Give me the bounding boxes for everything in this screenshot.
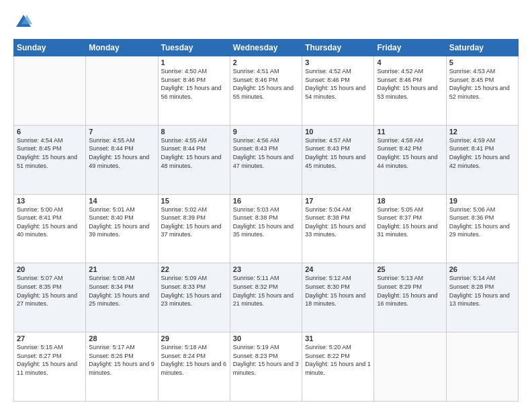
sunrise-text: Sunrise: 5:00 AM: [17, 205, 83, 214]
sunset-text: Sunset: 8:43 PM: [233, 144, 299, 153]
calendar-cell: 8Sunrise: 4:55 AMSunset: 8:44 PMDaylight…: [158, 125, 230, 194]
daylight-text: Daylight: 15 hours and 39 minutes.: [89, 222, 154, 239]
calendar-cell: 25Sunrise: 5:13 AMSunset: 8:29 PMDayligh…: [374, 263, 446, 332]
calendar-cell: 18Sunrise: 5:05 AMSunset: 8:37 PMDayligh…: [374, 194, 446, 263]
sunset-text: Sunset: 8:37 PM: [377, 214, 443, 222]
daylight-text: Daylight: 15 hours and 9 minutes.: [89, 360, 154, 377]
sunrise-text: Sunrise: 5:08 AM: [89, 274, 154, 283]
sunset-text: Sunset: 8:28 PM: [449, 283, 515, 291]
calendar-cell: 30Sunrise: 5:19 AMSunset: 8:23 PMDayligh…: [230, 332, 302, 402]
sunset-text: Sunset: 8:27 PM: [17, 352, 83, 361]
calendar-cell: 14Sunrise: 5:01 AMSunset: 8:40 PMDayligh…: [86, 194, 158, 263]
sunset-text: Sunset: 8:44 PM: [89, 144, 154, 153]
sunset-text: Sunset: 8:46 PM: [377, 76, 443, 85]
day-number: 12: [449, 128, 515, 136]
day-info: Sunrise: 4:56 AMSunset: 8:43 PMDaylight:…: [233, 136, 299, 170]
sunrise-text: Sunrise: 4:54 AM: [17, 136, 83, 145]
sunset-text: Sunset: 8:36 PM: [449, 214, 515, 222]
calendar-cell: 23Sunrise: 5:11 AMSunset: 8:32 PMDayligh…: [230, 263, 302, 332]
daylight-text: Daylight: 15 hours and 25 minutes.: [89, 291, 154, 308]
sunrise-text: Sunrise: 5:07 AM: [17, 274, 83, 283]
sunrise-text: Sunrise: 5:11 AM: [233, 274, 299, 283]
day-number: 13: [17, 197, 83, 205]
logo-icon: [13, 12, 34, 32]
calendar-cell: [14, 56, 86, 126]
calendar-cell: 19Sunrise: 5:06 AMSunset: 8:36 PMDayligh…: [446, 194, 518, 263]
day-of-week-header: Thursday: [302, 40, 374, 56]
daylight-text: Daylight: 15 hours and 56 minutes.: [161, 84, 227, 101]
header: [13, 12, 519, 32]
sunset-text: Sunset: 8:38 PM: [233, 214, 299, 222]
day-number: 26: [449, 265, 515, 273]
day-info: Sunrise: 5:12 AMSunset: 8:30 PMDaylight:…: [305, 274, 371, 308]
day-info: Sunrise: 5:06 AMSunset: 8:36 PMDaylight:…: [449, 205, 515, 239]
day-number: 19: [449, 197, 515, 205]
daylight-text: Daylight: 15 hours and 42 minutes.: [449, 153, 515, 170]
sunset-text: Sunset: 8:44 PM: [161, 144, 227, 153]
day-number: 21: [89, 265, 154, 273]
sunset-text: Sunset: 8:33 PM: [161, 283, 227, 291]
daylight-text: Daylight: 15 hours and 6 minutes.: [161, 360, 227, 377]
daylight-text: Daylight: 15 hours and 49 minutes.: [89, 153, 154, 170]
day-info: Sunrise: 5:02 AMSunset: 8:39 PMDaylight:…: [161, 205, 227, 239]
calendar-cell: [446, 332, 518, 402]
calendar-cell: 16Sunrise: 5:03 AMSunset: 8:38 PMDayligh…: [230, 194, 302, 263]
day-info: Sunrise: 5:04 AMSunset: 8:38 PMDaylight:…: [305, 205, 371, 239]
day-of-week-header: Tuesday: [158, 40, 230, 56]
day-info: Sunrise: 5:14 AMSunset: 8:28 PMDaylight:…: [449, 274, 515, 308]
calendar-cell: [374, 332, 446, 402]
day-info: Sunrise: 5:17 AMSunset: 8:26 PMDaylight:…: [89, 343, 154, 377]
sunrise-text: Sunrise: 4:55 AM: [89, 136, 154, 145]
daylight-text: Daylight: 15 hours and 44 minutes.: [377, 153, 443, 170]
daylight-text: Daylight: 15 hours and 1 minute.: [305, 360, 371, 377]
day-number: 18: [377, 197, 443, 205]
day-number: 1: [161, 58, 227, 66]
day-info: Sunrise: 5:07 AMSunset: 8:35 PMDaylight:…: [17, 274, 83, 308]
sunrise-text: Sunrise: 5:15 AM: [17, 343, 83, 352]
sunrise-text: Sunrise: 4:52 AM: [377, 67, 443, 76]
calendar-cell: 6Sunrise: 4:54 AMSunset: 8:45 PMDaylight…: [14, 125, 86, 194]
calendar-week-row: 1Sunrise: 4:50 AMSunset: 8:46 PMDaylight…: [14, 56, 519, 126]
sunrise-text: Sunrise: 5:09 AM: [161, 274, 227, 283]
sunset-text: Sunset: 8:40 PM: [89, 214, 154, 222]
day-number: 14: [89, 197, 154, 205]
daylight-text: Daylight: 15 hours and 29 minutes.: [449, 222, 515, 239]
day-number: 23: [233, 265, 299, 273]
day-of-week-header: Saturday: [446, 40, 518, 56]
day-number: 8: [161, 128, 227, 136]
day-number: 15: [161, 197, 227, 205]
daylight-text: Daylight: 15 hours and 31 minutes.: [377, 222, 443, 239]
sunrise-text: Sunrise: 5:06 AM: [449, 205, 515, 214]
calendar-cell: 3Sunrise: 4:52 AMSunset: 8:46 PMDaylight…: [302, 56, 374, 126]
daylight-text: Daylight: 15 hours and 45 minutes.: [305, 153, 371, 170]
daylight-text: Daylight: 15 hours and 40 minutes.: [17, 222, 83, 239]
day-info: Sunrise: 5:01 AMSunset: 8:40 PMDaylight:…: [89, 205, 154, 239]
calendar-week-row: 20Sunrise: 5:07 AMSunset: 8:35 PMDayligh…: [14, 263, 519, 332]
daylight-text: Daylight: 15 hours and 53 minutes.: [377, 84, 443, 101]
day-number: 25: [377, 265, 443, 273]
day-of-week-header: Monday: [86, 40, 158, 56]
sunset-text: Sunset: 8:45 PM: [17, 144, 83, 153]
sunrise-text: Sunrise: 4:59 AM: [449, 136, 515, 145]
day-of-week-header: Wednesday: [230, 40, 302, 56]
sunrise-text: Sunrise: 5:19 AM: [233, 343, 299, 352]
day-number: 20: [17, 265, 83, 273]
day-number: 2: [233, 58, 299, 66]
sunrise-text: Sunrise: 5:18 AM: [161, 343, 227, 352]
sunset-text: Sunset: 8:32 PM: [233, 283, 299, 291]
day-number: 16: [233, 197, 299, 205]
day-info: Sunrise: 4:52 AMSunset: 8:46 PMDaylight:…: [305, 67, 371, 101]
daylight-text: Daylight: 15 hours and 23 minutes.: [161, 291, 227, 308]
daylight-text: Daylight: 15 hours and 18 minutes.: [305, 291, 371, 308]
day-info: Sunrise: 5:18 AMSunset: 8:24 PMDaylight:…: [161, 343, 227, 377]
day-number: 11: [377, 128, 443, 136]
day-info: Sunrise: 5:15 AMSunset: 8:27 PMDaylight:…: [17, 343, 83, 377]
daylight-text: Daylight: 15 hours and 27 minutes.: [17, 291, 83, 308]
sunset-text: Sunset: 8:26 PM: [89, 352, 154, 361]
calendar-week-row: 13Sunrise: 5:00 AMSunset: 8:41 PMDayligh…: [14, 194, 519, 263]
calendar-cell: 5Sunrise: 4:53 AMSunset: 8:45 PMDaylight…: [446, 56, 518, 126]
sunset-text: Sunset: 8:35 PM: [17, 283, 83, 291]
day-info: Sunrise: 5:20 AMSunset: 8:22 PMDaylight:…: [305, 343, 371, 377]
daylight-text: Daylight: 15 hours and 48 minutes.: [161, 153, 227, 170]
calendar-cell: 1Sunrise: 4:50 AMSunset: 8:46 PMDaylight…: [158, 56, 230, 126]
